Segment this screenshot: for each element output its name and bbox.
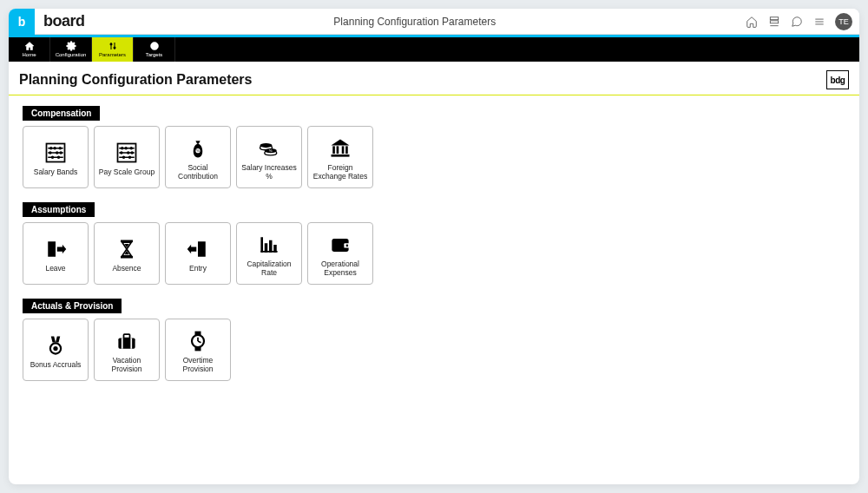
card-salary-increases[interactable]: % Salary Increases % bbox=[236, 126, 302, 188]
card-label: Leave bbox=[43, 264, 67, 273]
svg-point-25 bbox=[59, 151, 62, 154]
menu-icon[interactable] bbox=[812, 15, 826, 29]
page-header: Planning Configuration Parameters bdg bbox=[9, 62, 859, 95]
svg-rect-75 bbox=[122, 339, 123, 349]
home-icon[interactable] bbox=[745, 15, 759, 29]
svg-rect-76 bbox=[130, 339, 132, 349]
app-logo[interactable]: b bbox=[9, 9, 35, 35]
nav-label: Home bbox=[22, 51, 36, 58]
svg-rect-74 bbox=[124, 334, 130, 338]
card-label: Overtime Provision bbox=[168, 356, 228, 373]
card-label: Salary Bands bbox=[32, 168, 80, 176]
avatar[interactable]: TE bbox=[835, 13, 852, 30]
wallet-icon bbox=[328, 230, 352, 260]
medal-icon bbox=[43, 331, 68, 360]
svg-point-24 bbox=[56, 151, 59, 154]
card-absence[interactable]: Absence bbox=[94, 222, 160, 285]
abacus-icon bbox=[43, 138, 68, 168]
card-label: Absence bbox=[110, 264, 142, 273]
svg-rect-1 bbox=[770, 20, 778, 23]
card-leave[interactable]: Leave bbox=[23, 222, 89, 285]
svg-rect-48 bbox=[332, 146, 335, 154]
card-capitalization-rate[interactable]: Capitalization Rate bbox=[236, 222, 302, 285]
svg-rect-0 bbox=[770, 16, 778, 19]
card-social-contribution[interactable]: % Social Contribution bbox=[165, 126, 231, 188]
section-label: Assumptions bbox=[23, 202, 95, 217]
section-assumptions: Assumptions Leave Absence bbox=[19, 200, 849, 285]
svg-point-15 bbox=[154, 45, 155, 47]
nav-configuration[interactable]: Configuration bbox=[50, 37, 92, 62]
svg-rect-59 bbox=[198, 241, 206, 257]
nav-home[interactable]: Home bbox=[9, 37, 50, 62]
svg-point-68 bbox=[346, 245, 349, 247]
svg-point-26 bbox=[51, 156, 55, 160]
dock-icon[interactable] bbox=[767, 15, 781, 29]
door-in-icon bbox=[186, 234, 210, 264]
bdg-text: bdg bbox=[831, 76, 845, 85]
svg-marker-54 bbox=[57, 245, 67, 254]
svg-point-23 bbox=[49, 151, 52, 154]
svg-point-27 bbox=[57, 156, 61, 160]
svg-point-32 bbox=[121, 147, 124, 150]
chat-icon[interactable] bbox=[790, 15, 804, 29]
svg-marker-69 bbox=[51, 337, 56, 343]
nav-targets[interactable]: Targets bbox=[134, 37, 175, 62]
nav-label: Configuration bbox=[56, 51, 87, 58]
svg-rect-50 bbox=[342, 146, 345, 154]
titlebar: b board Planning Configuration Parameter… bbox=[9, 9, 859, 35]
hourglass-icon bbox=[115, 234, 139, 264]
svg-point-36 bbox=[127, 151, 130, 154]
card-bonus-accruals[interactable]: Bonus Accruals bbox=[23, 319, 89, 381]
svg-point-37 bbox=[130, 151, 134, 154]
svg-point-7 bbox=[109, 43, 112, 46]
svg-point-39 bbox=[128, 156, 132, 160]
card-pay-scale-group[interactable]: Pay Scale Group bbox=[94, 126, 160, 188]
svg-rect-63 bbox=[269, 240, 273, 253]
card-row: Salary Bands Pay Scale Group % Social Co… bbox=[19, 126, 849, 188]
nav-label: Parameters bbox=[99, 51, 126, 58]
svg-point-21 bbox=[53, 147, 56, 150]
svg-point-20 bbox=[49, 147, 53, 150]
suitcase-icon bbox=[115, 326, 139, 356]
svg-marker-47 bbox=[332, 140, 350, 146]
card-label: Operational Expenses bbox=[310, 260, 371, 277]
section-actuals-provision: Actuals & Provision Bonus Accruals Vacat… bbox=[19, 297, 849, 381]
brand-text: board bbox=[35, 12, 85, 30]
card-vacation-provision[interactable]: Vacation Provision bbox=[94, 319, 160, 381]
logo-letter: b bbox=[18, 15, 26, 29]
card-row: Leave Absence Entry bbox=[19, 222, 849, 285]
card-salary-bands[interactable]: Salary Bands bbox=[23, 126, 89, 188]
card-label: Salary Increases % bbox=[239, 163, 299, 181]
nav-bar: Home Configuration Parameters Targets bbox=[9, 37, 859, 62]
svg-line-81 bbox=[198, 341, 201, 343]
coins-icon: % bbox=[257, 134, 281, 163]
card-operational-expenses[interactable]: Operational Expenses bbox=[307, 222, 373, 285]
card-entry[interactable]: Entry bbox=[165, 222, 231, 285]
nav-label: Targets bbox=[146, 51, 163, 58]
page-title: Planning Configuration Parameters bbox=[19, 72, 826, 88]
abacus-icon bbox=[115, 138, 139, 168]
svg-point-8 bbox=[113, 47, 115, 49]
svg-marker-60 bbox=[187, 245, 197, 254]
svg-rect-52 bbox=[332, 154, 350, 157]
card-label: Entry bbox=[187, 264, 208, 273]
window-title: Planning Configuration Parameters bbox=[85, 16, 745, 28]
svg-rect-51 bbox=[345, 146, 348, 154]
card-overtime-provision[interactable]: Overtime Provision bbox=[165, 319, 231, 381]
card-foreign-exchange-rates[interactable]: Foreign Exchange Rates bbox=[307, 126, 373, 188]
avatar-initials: TE bbox=[838, 17, 849, 26]
chart-icon bbox=[257, 230, 281, 260]
section-label: Compensation bbox=[23, 106, 100, 121]
nav-parameters[interactable]: Parameters bbox=[92, 37, 134, 62]
svg-point-38 bbox=[122, 156, 126, 160]
svg-point-34 bbox=[130, 147, 134, 150]
bank-icon bbox=[328, 134, 352, 163]
svg-text:%: % bbox=[269, 148, 273, 153]
svg-rect-73 bbox=[118, 339, 135, 349]
watch-icon bbox=[186, 326, 210, 356]
card-label: Foreign Exchange Rates bbox=[310, 163, 371, 181]
svg-rect-53 bbox=[48, 241, 56, 257]
svg-marker-70 bbox=[56, 337, 60, 343]
svg-rect-49 bbox=[337, 146, 339, 154]
money-bag-icon: % bbox=[186, 134, 210, 163]
